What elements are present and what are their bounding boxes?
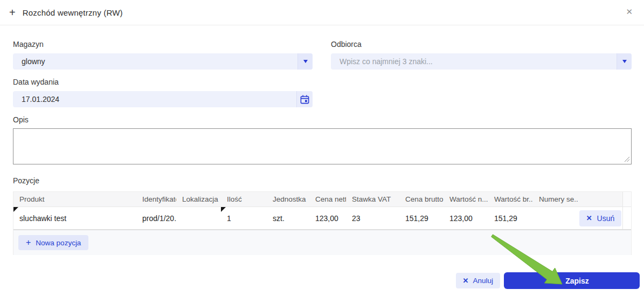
save-button[interactable]: ✓ Zapisz (504, 272, 640, 289)
chevron-down-icon (622, 60, 627, 63)
cell-jednostka[interactable]: szt. (267, 207, 309, 229)
dialog-title: Rozchód wewnętrzny (RW) (23, 8, 123, 17)
col-header-cena-brutto: Cena brutto (399, 192, 444, 206)
cell-stawka-vat-value: 23 (352, 214, 361, 223)
close-icon[interactable]: ✕ (626, 7, 633, 17)
dialog-header: + Rozchód wewnętrzny (RW) ✕ (0, 0, 644, 25)
pozycje-label: Pozycje (13, 176, 632, 185)
cell-produkt-value: sluchawki test (19, 214, 66, 223)
cancel-button-label: Anuluj (473, 277, 493, 285)
col-header-actions (578, 192, 622, 206)
cell-cena-netto[interactable]: 123,00 (309, 207, 346, 229)
cell-cena-brutto[interactable]: 151,29 (399, 207, 444, 229)
modified-cell-marker (13, 207, 18, 212)
cell-wartosc-netto-value: 123,00 (449, 214, 473, 223)
modified-cell-marker (221, 207, 226, 212)
opis-textarea[interactable] (13, 128, 632, 164)
cell-jednostka-value: szt. (273, 214, 285, 223)
cell-actions: ✕ Usuń (578, 207, 622, 229)
cancel-button[interactable]: ✕ Anuluj (456, 273, 500, 288)
magazyn-select[interactable]: glowny (13, 53, 313, 70)
col-header-numery-seryjne: Numery se... (533, 192, 578, 206)
add-row-button[interactable]: + Nowa pozycja (18, 235, 88, 250)
rw-dialog: + Rozchód wewnętrzny (RW) ✕ Magazyn glow… (0, 0, 644, 296)
cell-ilosc[interactable]: 1 (221, 207, 267, 229)
data-wydania-field (13, 91, 313, 107)
magazyn-label: Magazyn (13, 40, 313, 49)
table-row[interactable]: sluchawki test prod/1/20... 1 szt. 123,0… (13, 207, 631, 230)
table-footer: + Nowa pozycja (13, 230, 631, 255)
odbiorca-input[interactable] (331, 53, 617, 70)
resize-grip-icon[interactable] (624, 156, 630, 162)
cell-wartosc-brutto-value: 151,29 (494, 214, 517, 223)
col-header-identyfikator: Identyfikator (136, 192, 176, 206)
cell-produkt[interactable]: sluchawki test (13, 207, 136, 229)
pozycje-section: Pozycje Produkt Identyfikator Lokalizacj… (13, 176, 632, 255)
data-wydania-input[interactable] (13, 91, 296, 107)
plus-icon: + (9, 7, 16, 18)
opis-field-group: Opis (13, 115, 632, 164)
col-header-wartosc-netto: Wartość n... (444, 192, 488, 206)
plus-icon: + (26, 238, 31, 247)
opis-label: Opis (13, 115, 632, 124)
col-header-stawka-vat: Stawka VAT (346, 192, 399, 206)
cell-ilosc-value: 1 (227, 214, 231, 223)
data-wydania-field-group: Data wydania (13, 78, 313, 107)
cell-identyfikator[interactable]: prod/1/20... (136, 207, 176, 229)
magazyn-dropdown-button[interactable] (297, 53, 313, 70)
calendar-icon (300, 94, 310, 105)
odbiorca-select (331, 53, 632, 70)
cell-cena-brutto-value: 151,29 (405, 214, 428, 223)
delete-row-button[interactable]: ✕ Usuń (579, 210, 622, 226)
cell-numery-seryjne[interactable] (533, 207, 578, 229)
add-row-label: Nowa pozycja (36, 239, 81, 247)
col-header-jednostka: Jednostka (267, 192, 309, 206)
data-wydania-label: Data wydania (13, 78, 313, 86)
col-header-produkt: Produkt (13, 192, 136, 206)
calendar-button[interactable] (296, 91, 313, 107)
odbiorca-label: Odbiorca (331, 40, 632, 49)
pozycje-table: Produkt Identyfikator Lokalizacja Ilość … (13, 191, 632, 255)
cell-stawka-vat[interactable]: 23 (346, 207, 399, 229)
table-header-row: Produkt Identyfikator Lokalizacja Ilość … (13, 192, 631, 207)
x-icon: ✕ (586, 214, 592, 222)
col-header-cena-netto: Cena netto (309, 192, 346, 206)
cell-wartosc-netto[interactable]: 123,00 (444, 207, 488, 229)
odbiorca-field-group: Odbiorca (331, 40, 632, 70)
chevron-down-icon (303, 60, 308, 63)
magazyn-selected-value: glowny (13, 53, 297, 70)
delete-row-label: Usuń (597, 214, 615, 223)
cell-identyfikator-value: prod/1/20... (142, 214, 176, 223)
col-header-wartosc-brutto: Wartość br... (488, 192, 533, 206)
col-header-lokalizacja: Lokalizacja (176, 192, 221, 206)
cell-lokalizacja[interactable] (176, 207, 221, 229)
cell-wartosc-brutto[interactable]: 151,29 (488, 207, 533, 229)
scrollbar-gutter (622, 192, 631, 206)
col-header-ilosc: Ilość (221, 192, 267, 206)
save-button-label: Zapisz (565, 277, 589, 285)
check-icon: ✓ (555, 277, 560, 285)
x-icon: ✕ (463, 277, 469, 285)
odbiorca-dropdown-button[interactable] (617, 53, 632, 70)
scrollbar-gutter (622, 207, 631, 229)
cell-cena-netto-value: 123,00 (315, 214, 338, 223)
magazyn-field-group: Magazyn glowny (13, 40, 313, 70)
